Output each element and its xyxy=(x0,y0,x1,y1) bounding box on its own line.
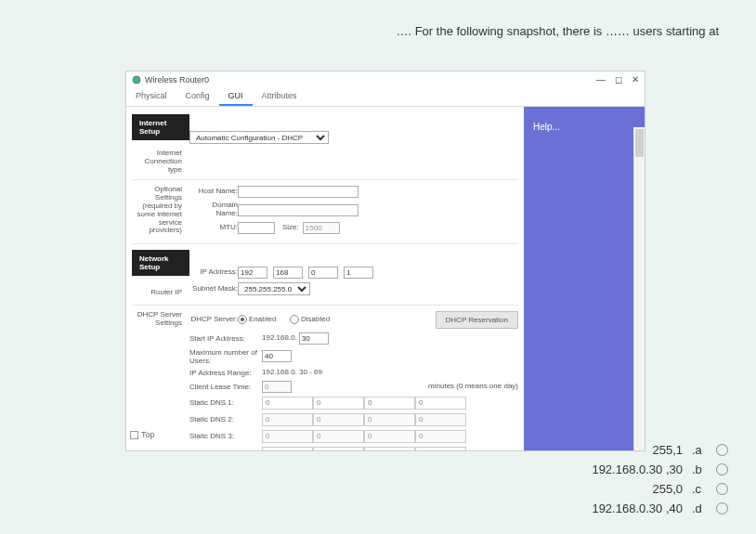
tab-gui[interactable]: GUI xyxy=(219,87,253,106)
subnet-mask-select[interactable]: 255.255.255.0 xyxy=(238,282,310,295)
ip-octet-2[interactable] xyxy=(273,267,303,279)
ip-octet-1[interactable] xyxy=(238,267,267,279)
start-ip-input[interactable] xyxy=(299,332,329,345)
mtu-input[interactable] xyxy=(238,222,275,234)
dhcp-reservation-button[interactable]: DHCP Reservation xyxy=(436,311,518,329)
disabled-label: Disabled xyxy=(301,316,342,324)
dns1-1[interactable] xyxy=(262,397,313,410)
ip-range-value: 192.168.0. 30 - 69 xyxy=(262,369,322,377)
mtu-label: MTU: xyxy=(189,224,238,232)
app-icon xyxy=(132,75,141,85)
subnet-mask-label: Subnet Mask: xyxy=(189,285,238,293)
ip-range-label: IP Address Range: xyxy=(189,369,262,377)
lease-time-input[interactable] xyxy=(262,381,292,393)
domain-name-label: Domain Name: xyxy=(189,202,238,218)
wins-label: WINS: xyxy=(189,449,262,450)
minimize-button[interactable]: — xyxy=(596,74,606,85)
dns3-1 xyxy=(262,430,313,443)
dns1-row[interactable] xyxy=(262,397,466,410)
radio-a[interactable] xyxy=(716,444,728,456)
help-link[interactable]: Help... xyxy=(533,122,560,132)
dns2-2 xyxy=(313,413,364,426)
checkbox-icon[interactable] xyxy=(130,431,138,439)
dhcp-settings-label: DHCP Server Settings xyxy=(132,311,186,335)
dns1-4[interactable] xyxy=(415,397,466,410)
network-setup-header: Network Setup xyxy=(132,250,189,276)
enabled-label: Enabled xyxy=(249,316,290,324)
dns2-label: Static DNS 2: xyxy=(189,415,262,423)
optional-settings-label: Optional Settings (required by some inte… xyxy=(132,186,186,223)
tab-attributes[interactable]: Attributes xyxy=(253,87,306,106)
host-name-input[interactable] xyxy=(238,186,358,198)
lease-time-label: Client Lease Time: xyxy=(189,383,262,391)
dhcp-enabled-radio[interactable] xyxy=(238,315,247,324)
help-panel: Help... xyxy=(524,107,645,450)
ip-address-label: IP Address: xyxy=(189,268,238,277)
router-window: Wireless Router0 — ◻ ✕ Physical Config G… xyxy=(125,71,645,451)
maximize-button[interactable]: ◻ xyxy=(615,74,622,85)
max-users-input[interactable] xyxy=(262,350,292,362)
answer-c[interactable]: 255,0.c xyxy=(592,482,728,496)
window-title: Wireless Router0 xyxy=(145,75,209,85)
lease-hint: minutes (0 means one day) xyxy=(428,383,518,391)
answer-b[interactable]: 192.168.0.30 ,30.b xyxy=(592,462,728,476)
dns1-3[interactable] xyxy=(364,397,415,410)
host-name-label: Host Name: xyxy=(189,188,238,196)
dns1-2[interactable] xyxy=(313,397,364,410)
answer-a[interactable]: 255,1.a xyxy=(592,443,728,457)
svg-point-0 xyxy=(133,76,140,84)
answer-options: 255,1.a 192.168.0.30 ,30.b 255,0.c 192.1… xyxy=(592,443,728,521)
titlebar: Wireless Router0 — ◻ ✕ xyxy=(126,72,645,87)
scroll-thumb[interactable] xyxy=(635,129,644,157)
dns2-4 xyxy=(415,413,466,426)
dns3-3 xyxy=(364,430,415,443)
dhcp-server-label: DHCP Server: xyxy=(189,316,238,324)
dns3-label: Static DNS 3: xyxy=(189,432,262,440)
answer-d[interactable]: 192.168.0.30 ,40.d xyxy=(592,501,728,515)
wins-1 xyxy=(262,447,313,450)
connection-type-label: Internet Connection type xyxy=(132,150,186,174)
scrollbar[interactable] xyxy=(633,127,645,450)
router-ip-label: Router IP xyxy=(132,289,186,297)
dns3-row[interactable] xyxy=(262,430,466,443)
dns3-2 xyxy=(313,430,364,443)
connection-type-select[interactable]: Automatic Configuration - DHCP xyxy=(189,131,329,144)
question-text: …. For the following snapshot, there is … xyxy=(0,24,719,38)
top-checkbox-label: Top xyxy=(141,430,155,439)
start-ip-prefix: 192.168.0. xyxy=(262,334,297,343)
wins-2 xyxy=(313,447,364,450)
domain-name-input[interactable] xyxy=(238,204,358,216)
dns2-1 xyxy=(262,413,313,426)
max-users-label: Maximum number of Users: xyxy=(189,348,262,365)
tab-config[interactable]: Config xyxy=(176,87,219,106)
close-button[interactable]: ✕ xyxy=(632,74,639,85)
dns3-4 xyxy=(415,430,466,443)
start-ip-label: Start IP Address: xyxy=(189,334,262,343)
dhcp-disabled-radio[interactable] xyxy=(290,315,299,324)
dns2-3 xyxy=(364,413,415,426)
size-value xyxy=(303,222,340,234)
top-checkbox[interactable]: Top xyxy=(130,430,155,439)
ip-octet-3[interactable] xyxy=(308,267,338,279)
main-panel: Internet Setup Internet Connection type … xyxy=(126,107,524,450)
size-label: Size: xyxy=(282,224,299,232)
radio-d[interactable] xyxy=(716,502,728,514)
ip-octet-4[interactable] xyxy=(344,267,373,279)
dns1-label: Static DNS 1: xyxy=(189,398,262,407)
dns2-row[interactable] xyxy=(262,413,466,426)
wins-4 xyxy=(415,447,466,450)
radio-c[interactable] xyxy=(716,483,728,495)
wins-row[interactable] xyxy=(262,447,466,450)
wins-3 xyxy=(364,447,415,450)
internet-setup-header: Internet Setup xyxy=(132,114,189,140)
radio-b[interactable] xyxy=(716,463,728,475)
tab-bar: Physical Config GUI Attributes xyxy=(126,87,645,107)
tab-physical[interactable]: Physical xyxy=(126,87,176,106)
